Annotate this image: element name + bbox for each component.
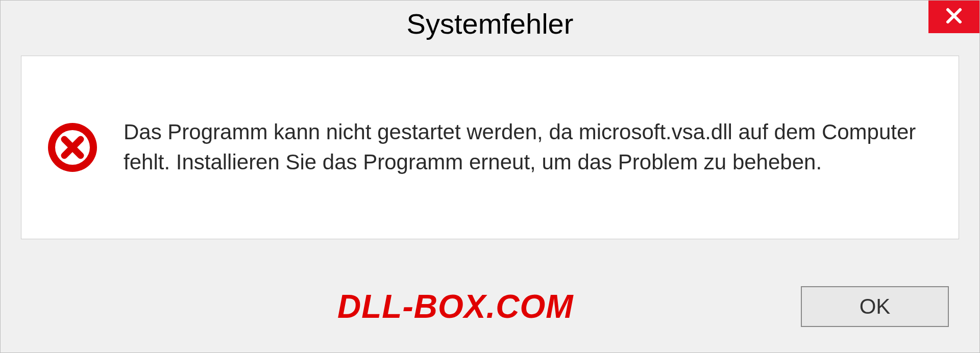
error-icon [47,122,98,173]
dialog-title: Systemfehler [407,7,574,40]
error-message: Das Programm kann nicht gestartet werden… [124,117,928,178]
error-dialog: Systemfehler Das Programm kann nicht ges… [0,0,980,353]
close-icon [945,7,963,27]
ok-button-label: OK [860,294,891,319]
close-button[interactable] [928,1,979,33]
ok-button[interactable]: OK [801,286,949,327]
titlebar: Systemfehler [1,1,979,46]
dialog-footer: DLL-BOX.COM OK [1,276,979,352]
message-panel: Das Programm kann nicht gestartet werden… [21,56,959,239]
watermark-text: DLL-BOX.COM [337,288,574,325]
